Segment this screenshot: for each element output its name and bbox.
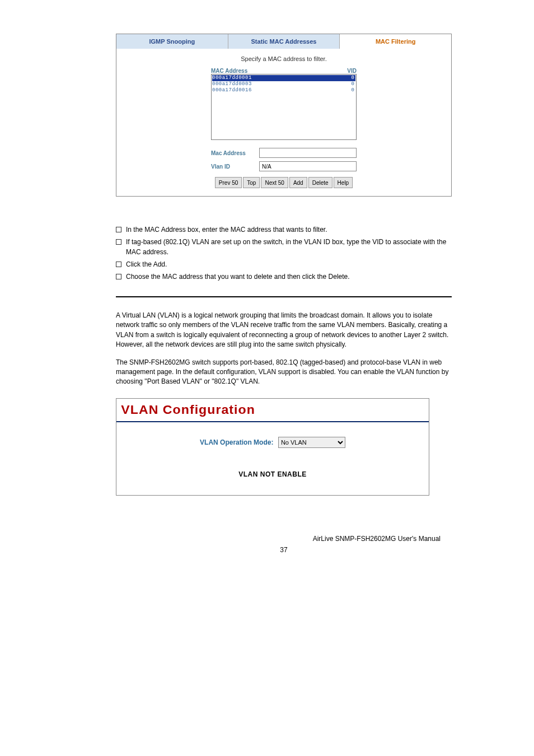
vid-cell: 0 (344, 75, 355, 81)
filter-caption: Specify a MAC address to filter. (124, 55, 443, 62)
vlan-mode-select[interactable]: No VLAN (278, 437, 345, 448)
tab-igmp-snooping[interactable]: IGMP Snooping (116, 34, 228, 49)
mac-filter-screenshot: IGMP Snooping Static MAC Addresses MAC F… (116, 34, 452, 197)
prev-50-button[interactable]: Prev 50 (215, 177, 242, 188)
column-headers: MAC Address VID (211, 68, 357, 74)
vlan-id-label: Vlan ID (211, 164, 256, 170)
vlan-config-screenshot: VLAN Configuration VLAN Operation Mode: … (116, 398, 429, 496)
next-50-button[interactable]: Next 50 (261, 177, 288, 188)
help-button[interactable]: Help (334, 177, 353, 188)
top-button[interactable]: Top (243, 177, 260, 188)
bullet-1: In the MAC Address box, enter the MAC ad… (126, 225, 452, 235)
mac-listbox[interactable]: 000a17dd0001 0 000a17dd0003 0 000a17dd00… (211, 74, 357, 140)
page-number: 37 (116, 546, 452, 554)
add-button[interactable]: Add (289, 177, 307, 188)
list-item[interactable]: 000a17dd0016 0 (212, 87, 355, 94)
vlan-id-input[interactable] (259, 161, 357, 171)
tab-static-mac[interactable]: Static MAC Addresses (228, 34, 340, 49)
delete-button[interactable]: Delete (308, 177, 332, 188)
bullet-3: Click the Add. (126, 259, 452, 269)
tab-bar: IGMP Snooping Static MAC Addresses MAC F… (116, 34, 451, 49)
vlan-config-title: VLAN Configuration (121, 403, 255, 417)
instruction-list: In the MAC Address box, enter the MAC ad… (116, 225, 452, 282)
col-vid-header: VID (332, 68, 357, 74)
bullet-4: Choose the MAC address that you want to … (126, 272, 452, 282)
mac-address-label: Mac Address (211, 150, 256, 156)
list-item[interactable]: 000a17dd0001 0 (212, 75, 355, 81)
vlan-mode-label: VLAN Operation Mode: (200, 438, 273, 446)
col-mac-header: MAC Address (211, 68, 332, 74)
mac-cell: 000a17dd0003 (212, 81, 344, 87)
vlan-intro-para-1: A Virtual LAN (VLAN) is a logical networ… (116, 311, 452, 350)
vlan-mode-row: VLAN Operation Mode: No VLAN (116, 437, 429, 448)
vid-cell: 0 (344, 87, 355, 94)
vid-cell: 0 (344, 81, 355, 87)
vlan-intro-para-2: The SNMP-FSH2602MG switch supports port-… (116, 358, 452, 387)
mac-cell: 000a17dd0001 (212, 75, 344, 81)
button-row: Prev 50 Top Next 50 Add Delete Help (211, 177, 357, 188)
vlan-not-enable-text: VLAN NOT ENABLE (116, 470, 429, 478)
list-item[interactable]: 000a17dd0003 0 (212, 81, 355, 87)
vlan-config-header: VLAN Configuration (116, 399, 429, 422)
tab-mac-filtering[interactable]: MAC Filtering (340, 34, 451, 49)
footer-text: AirLive SNMP-FSH2602MG User's Manual (116, 535, 452, 543)
bullet-2: If tag-based (802.1Q) VLAN are set up on… (126, 237, 452, 257)
mac-cell: 000a17dd0016 (212, 87, 344, 94)
mac-address-input[interactable] (259, 148, 357, 158)
section-divider (116, 296, 452, 297)
